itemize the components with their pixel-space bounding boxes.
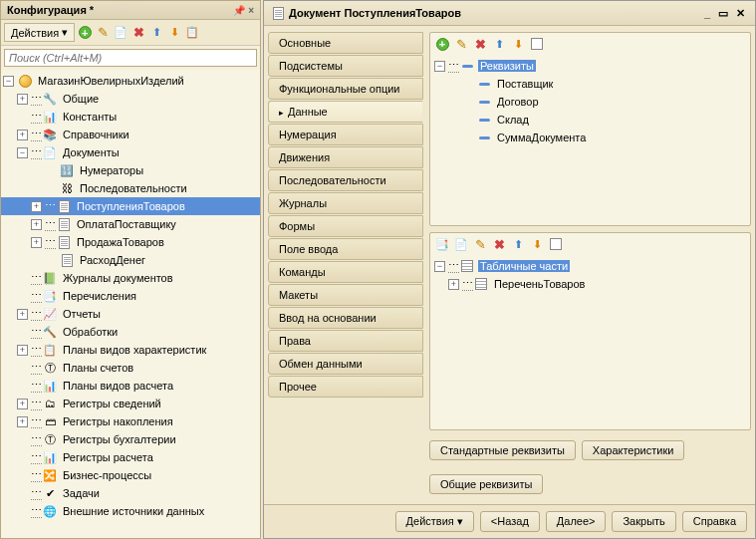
tab-numbering[interactable]: Нумерация	[268, 124, 423, 145]
actions-button[interactable]: Действия ▾	[395, 511, 474, 532]
movedown-attr-button[interactable]: ⬇	[510, 36, 526, 52]
list-tp-button[interactable]	[548, 236, 564, 252]
tab-rights[interactable]: Права	[268, 330, 423, 352]
attrs-group[interactable]: −⋯Реквизиты	[432, 57, 748, 75]
add-attr-button[interactable]: +	[434, 36, 450, 52]
tab-journals[interactable]: Журналы	[268, 192, 423, 214]
tab-forms[interactable]: Формы	[268, 215, 423, 237]
config-toolbar: Действия ▾ + ✎ 📄 ✖ ⬆ ⬇ 📋	[1, 20, 260, 46]
add-tp-button[interactable]: 📑	[434, 236, 450, 252]
root-node[interactable]: −МагазинЮвелирныхИзделий	[1, 72, 260, 90]
node-info-regs[interactable]: +⋯🗂Регистры сведений	[1, 395, 260, 412]
sort-button[interactable]: 📋	[184, 25, 200, 41]
editor-title-bar: Документ ПоступленияТоваров _ ▭ ✕	[264, 1, 755, 26]
back-button[interactable]: <Назад	[480, 511, 540, 532]
node-bp[interactable]: ⋯🔀Бизнес-процессы	[1, 466, 260, 484]
attr-summa[interactable]: СуммаДокумента	[432, 129, 748, 146]
close-button[interactable]: ✕	[732, 7, 749, 20]
node-sequences[interactable]: ⛓Последовательности	[1, 179, 260, 197]
tab-subsystems[interactable]: Подсистемы	[268, 55, 423, 77]
actions-menu-button[interactable]: Действия ▾	[4, 23, 75, 42]
add-tpcol-button[interactable]: 📄	[453, 236, 469, 252]
node-doc-prodazha[interactable]: +⋯ПродажаТоваров	[1, 233, 260, 251]
next-button[interactable]: Далее>	[546, 511, 607, 532]
side-tabs: Основные Подсистемы Функциональные опции…	[268, 32, 423, 498]
bottom-bar: Действия ▾ <Назад Далее> Закрыть Справка	[264, 504, 755, 538]
tab-basis[interactable]: Ввод на основании	[268, 307, 423, 329]
attr-sklad[interactable]: Склад	[432, 111, 748, 129]
attr-btn-row1: Стандартные реквизиты Характеристики	[429, 436, 751, 464]
config-panel: Конфигурация * 📌 × Действия ▾ + ✎ 📄 ✖ ⬆ …	[0, 0, 261, 539]
node-dataproc[interactable]: ⋯🔨Обработки	[1, 323, 260, 341]
tab-funcopts[interactable]: Функциональные опции	[268, 78, 423, 100]
charact-button[interactable]: Характеристики	[582, 440, 685, 460]
node-accum-regs[interactable]: +⋯🗃Регистры накопления	[1, 412, 260, 430]
node-extsrc[interactable]: ⋯🌐Внешние источники данных	[1, 502, 260, 520]
node-numerators[interactable]: 🔢Нумераторы	[1, 161, 260, 179]
search-input[interactable]	[4, 49, 257, 67]
tabular-group[interactable]: −⋯Табличные части	[432, 257, 748, 275]
tabular-pane: 📑 📄 ✎ ✖ ⬆ ⬇ −⋯Табличные части +⋯Перечень…	[429, 232, 751, 430]
node-reports[interactable]: +⋯📈Отчеты	[1, 305, 260, 323]
node-journals[interactable]: ⋯📗Журналы документов	[1, 269, 260, 287]
tab-templates[interactable]: Макеты	[268, 284, 423, 306]
delete-button[interactable]: ✖	[130, 25, 146, 41]
tab-data[interactable]: Данные	[268, 101, 423, 123]
moveup-attr-button[interactable]: ⬆	[491, 36, 507, 52]
moveup-tp-button[interactable]: ⬆	[510, 236, 526, 252]
attributes-pane: + ✎ ✖ ⬆ ⬇ −⋯Реквизиты Поставщик Договор …	[429, 32, 751, 226]
config-title: Конфигурация *	[7, 4, 94, 16]
tabular-item[interactable]: +⋯ПереченьТоваров	[432, 275, 748, 293]
tabular-tree[interactable]: −⋯Табличные части +⋯ПереченьТоваров	[430, 255, 750, 429]
node-catalogs[interactable]: +⋯📚Справочники	[1, 126, 260, 143]
delete-attr-button[interactable]: ✖	[472, 36, 488, 52]
movedown-tp-button[interactable]: ⬇	[529, 236, 545, 252]
close-editor-button[interactable]: Закрыть	[612, 511, 675, 532]
help-button[interactable]: Справка	[682, 511, 747, 532]
list-attr-button[interactable]	[529, 36, 545, 52]
move-up-button[interactable]: ⬆	[148, 25, 164, 41]
tab-commands[interactable]: Команды	[268, 261, 423, 283]
tab-sequences[interactable]: Последовательности	[268, 169, 423, 191]
node-doc-oplata[interactable]: +⋯ОплатаПоставщику	[1, 215, 260, 233]
add-ext-button[interactable]: 📄	[113, 25, 128, 41]
edit-button[interactable]: ✎	[95, 25, 111, 41]
attrs-tree[interactable]: −⋯Реквизиты Поставщик Договор Склад Сумм…	[430, 55, 750, 225]
tab-input[interactable]: Поле ввода	[268, 238, 423, 260]
node-acct-regs[interactable]: ⋯ⓉРегистры бухгалтерии	[1, 430, 260, 448]
config-tree[interactable]: −МагазинЮвелирныхИзделий +⋯🔧Общие ⋯📊Конс…	[1, 70, 260, 538]
editor-title: Документ ПоступленияТоваров	[289, 7, 461, 19]
delete-tp-button[interactable]: ✖	[491, 236, 507, 252]
node-enums[interactable]: ⋯📑Перечисления	[1, 287, 260, 305]
minimize-button[interactable]: _	[700, 7, 714, 19]
edit-attr-button[interactable]: ✎	[453, 36, 469, 52]
attr-postavshik[interactable]: Поставщик	[432, 75, 748, 93]
add-button[interactable]: +	[77, 25, 93, 41]
node-documents[interactable]: −⋯📄Документы	[1, 143, 260, 161]
node-doc-rashod[interactable]: РасходДенег	[1, 251, 260, 269]
node-charts-calc[interactable]: ⋯📊Планы видов расчета	[1, 377, 260, 395]
node-charts-acc[interactable]: ⋯ⓉПланы счетов	[1, 359, 260, 377]
tab-other[interactable]: Прочее	[268, 376, 423, 398]
config-title-bar: Конфигурация * 📌 ×	[1, 1, 260, 20]
pin-icon[interactable]: 📌 ×	[233, 5, 254, 16]
tab-exchange[interactable]: Обмен данными	[268, 353, 423, 375]
edit-tp-button[interactable]: ✎	[472, 236, 488, 252]
std-attrs-button[interactable]: Стандартные реквизиты	[429, 440, 576, 460]
node-charts-char[interactable]: +⋯📋Планы видов характеристик	[1, 341, 260, 359]
attr-dogovor[interactable]: Договор	[432, 93, 748, 111]
node-common[interactable]: +⋯🔧Общие	[1, 90, 260, 108]
tab-main[interactable]: Основные	[268, 32, 423, 54]
node-tasks[interactable]: ⋯✔Задачи	[1, 484, 260, 502]
maximize-button[interactable]: ▭	[714, 7, 732, 20]
tab-movements[interactable]: Движения	[268, 146, 423, 168]
node-constants[interactable]: ⋯📊Константы	[1, 108, 260, 126]
move-down-button[interactable]: ⬇	[166, 25, 182, 41]
search-field	[4, 49, 257, 67]
tabular-toolbar: 📑 📄 ✎ ✖ ⬆ ⬇	[430, 233, 750, 255]
common-attrs-button[interactable]: Общие реквизиты	[429, 474, 543, 494]
node-doc-postupleniya[interactable]: +⋯ПоступленияТоваров	[1, 197, 260, 215]
editor-panel: Документ ПоступленияТоваров _ ▭ ✕ Основн…	[263, 0, 756, 539]
main-area: + ✎ ✖ ⬆ ⬇ −⋯Реквизиты Поставщик Договор …	[429, 32, 751, 498]
node-calc-regs[interactable]: ⋯📊Регистры расчета	[1, 448, 260, 466]
